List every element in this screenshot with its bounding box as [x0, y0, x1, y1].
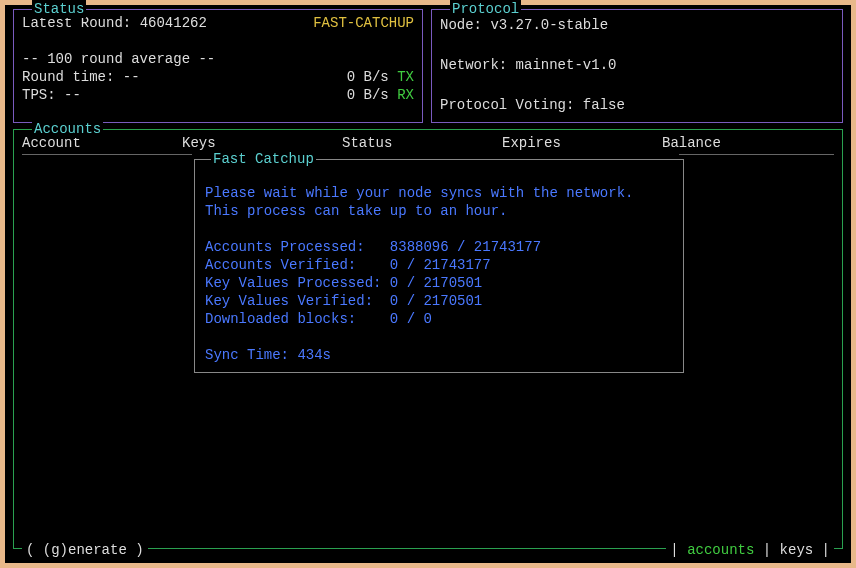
tab-accounts[interactable]: accounts — [687, 542, 754, 558]
fast-catchup-dialog: Fast Catchup Please wait while your node… — [194, 159, 684, 373]
header-rule — [14, 154, 842, 155]
rx-rate: 0 B/s RX — [347, 86, 414, 104]
col-expires: Expires — [502, 134, 662, 152]
round-time: Round time: -- — [22, 68, 140, 86]
sync-time: Sync Time: 434s — [205, 347, 331, 363]
col-status: Status — [342, 134, 502, 152]
catchup-msg1: Please wait while your node syncs with t… — [205, 185, 633, 201]
network-name: Network: mainnet-v1.0 — [440, 54, 834, 76]
protocol-legend: Protocol — [450, 0, 521, 18]
tps: TPS: -- — [22, 86, 81, 104]
accounts-verified: Accounts Verified: 0 / 21743177 — [205, 257, 491, 273]
col-balance: Balance — [662, 134, 834, 152]
avg-label: -- 100 round average -- — [22, 50, 414, 68]
status-panel: Status Latest Round: 46041262 FAST-CATCH… — [13, 9, 423, 123]
kv-processed: Key Values Processed: 0 / 2170501 — [205, 275, 482, 291]
catchup-msg2: This process can take up to an hour. — [205, 203, 507, 219]
accounts-panel: Accounts Account Keys Status Expires Bal… — [13, 129, 843, 549]
accounts-column-headers: Account Keys Status Expires Balance — [14, 130, 842, 154]
kv-verified: Key Values Verified: 0 / 2170501 — [205, 293, 482, 309]
protocol-panel: Protocol Node: v3.27.0-stable Network: m… — [431, 9, 843, 123]
footer-tabs: | accounts | keys | — [666, 541, 834, 559]
status-legend: Status — [32, 0, 86, 18]
accounts-processed: Accounts Processed: 8388096 / 21743177 — [205, 239, 541, 255]
protocol-voting: Protocol Voting: false — [440, 94, 834, 116]
downloaded-blocks: Downloaded blocks: 0 / 0 — [205, 311, 432, 327]
sync-mode-badge: FAST-CATCHUP — [313, 14, 414, 32]
accounts-legend: Accounts — [32, 120, 103, 138]
terminal-root: Status Latest Round: 46041262 FAST-CATCH… — [5, 5, 851, 563]
generate-hint[interactable]: ( (g)enerate ) — [22, 541, 148, 559]
catchup-legend: Fast Catchup — [211, 150, 316, 168]
tab-keys[interactable]: keys — [780, 542, 814, 558]
tx-rate: 0 B/s TX — [347, 68, 414, 86]
